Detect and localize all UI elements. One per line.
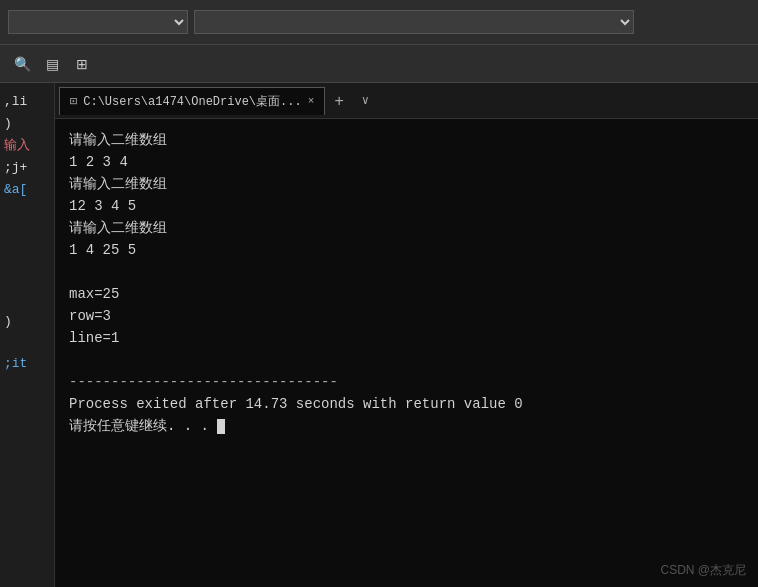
main-area: ,li ) 输入 ;j+ &a[ ) ;it ⊡ C:\Users\a1474\… [0, 83, 758, 587]
toolbar [0, 0, 758, 45]
view-grid-button[interactable]: ⊞ [68, 50, 96, 78]
output-line-blank-1 [69, 261, 744, 283]
code-line-5: &a[ [4, 179, 50, 201]
terminal-tab-path: C:\Users\a1474\OneDrive\桌面... [83, 93, 301, 110]
view-grid-icon: ⊞ [76, 56, 88, 72]
output-line-4: 12 3 4 5 [69, 195, 744, 217]
iconbar: 🔍 ▤ ⊞ [0, 45, 758, 83]
search-icon: 🔍 [14, 56, 31, 72]
left-code-panel: ,li ) 输入 ;j+ &a[ ) ;it [0, 83, 55, 587]
watermark: CSDN @杰克尼 [660, 562, 746, 579]
output-line-9: line=1 [69, 327, 744, 349]
code-line-2: ) [4, 113, 50, 135]
code-line-3: 输入 [4, 135, 50, 157]
output-line-process: Process exited after 14.73 seconds with … [69, 393, 744, 415]
output-line-8: row=3 [69, 305, 744, 327]
output-line-blank-2 [69, 349, 744, 371]
search-button[interactable]: 🔍 [8, 50, 36, 78]
code-line-1: ,li [4, 91, 50, 113]
output-line-5: 请输入二维数组 [69, 217, 744, 239]
terminal-tab-chevron[interactable]: ∨ [353, 87, 377, 115]
output-line-7: max=25 [69, 283, 744, 305]
output-line-continue: 请按任意键继续. . . [69, 415, 744, 437]
output-separator: -------------------------------- [69, 371, 744, 393]
terminal-tab-add-button[interactable]: + [325, 87, 353, 115]
code-line-7: ;it [4, 353, 50, 375]
output-line-6: 1 4 25 5 [69, 239, 744, 261]
terminal-tab-icon: ⊡ [70, 94, 77, 109]
terminal-cursor [217, 419, 225, 434]
terminal-tab-1[interactable]: ⊡ C:\Users\a1474\OneDrive\桌面... × [59, 87, 325, 115]
output-line-3: 请输入二维数组 [69, 173, 744, 195]
terminal-container: ⊡ C:\Users\a1474\OneDrive\桌面... × + ∨ 请输… [55, 83, 758, 587]
terminal-output[interactable]: 请输入二维数组 1 2 3 4 请输入二维数组 12 3 4 5 请输入二维数组… [55, 119, 758, 587]
code-line-6: ) [4, 311, 50, 333]
output-line-1: 请输入二维数组 [69, 129, 744, 151]
view-list-icon: ▤ [46, 56, 59, 72]
terminal-tab-close[interactable]: × [308, 95, 315, 107]
terminal-tabbar: ⊡ C:\Users\a1474\OneDrive\桌面... × + ∨ [55, 83, 758, 119]
code-line-4: ;j+ [4, 157, 50, 179]
toolbar-dropdown-1[interactable] [8, 10, 188, 34]
toolbar-dropdown-2[interactable] [194, 10, 634, 34]
view-list-button[interactable]: ▤ [38, 50, 66, 78]
output-line-2: 1 2 3 4 [69, 151, 744, 173]
